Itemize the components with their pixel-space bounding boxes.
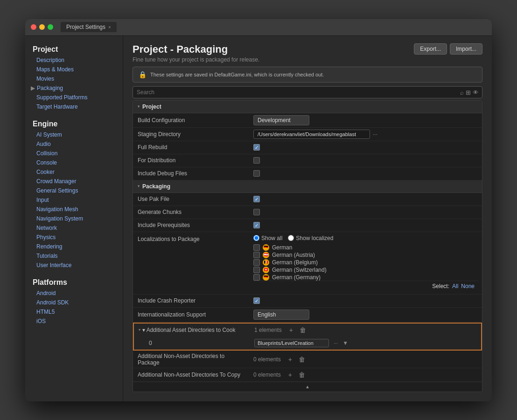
sidebar-item-physics[interactable]: Physics [25,233,123,242]
sidebar-item-packaging[interactable]: ▶ Packaging [25,83,123,93]
sidebar-item-user-interface[interactable]: User Interface [25,261,123,270]
sidebar-item-tutorials[interactable]: Tutorials [25,251,123,261]
sidebar-item-supported-platforms[interactable]: Supported Platforms [25,93,123,102]
non-asset-copy-value: 0 elements + 🗑 [250,368,482,381]
lang-german-checkbox[interactable] [253,244,260,251]
include-prereq-checkbox[interactable]: ✓ [253,222,260,228]
sidebar-item-target-hardware[interactable]: Target Hardware [25,102,123,111]
asset-dir-arrow[interactable]: ▾ [139,328,140,332]
export-button[interactable]: Export... [414,43,447,55]
lang-german-austria-checkbox[interactable] [253,252,260,258]
full-rebuild-label: Full Rebuild [133,142,250,152]
asset-dir-browse[interactable]: ··· [332,339,340,347]
project-section-header: ▾ Project [133,101,482,113]
sidebar-item-html5[interactable]: HTML5 [25,307,123,317]
delete-non-asset-package-button[interactable]: 🗑 [297,355,307,364]
use-pak-label: Use Pak File [133,194,250,204]
scroll-up-area: ▲ [133,382,482,391]
full-rebuild-checkbox[interactable]: ✓ [253,144,260,151]
sidebar-item-description[interactable]: Description [25,55,123,65]
select-row: Select: All None [253,281,478,291]
sidebar-item-navigation-mesh[interactable]: Navigation Mesh [25,205,123,214]
generate-chunks-value [250,207,482,217]
non-asset-copy-row: Additional Non-Asset Directories To Copy… [133,368,482,382]
sidebar-item-rendering[interactable]: Rendering [25,242,123,251]
select-all-link[interactable]: All [452,283,458,289]
additional-asset-label-cell: ▾ ▾ Additional Asset Directories to Cook [134,325,251,335]
sidebar-item-console[interactable]: Console [25,158,123,167]
delete-non-asset-copy-button[interactable]: 🗑 [297,370,307,379]
use-pak-checkbox[interactable]: ✓ [253,196,260,202]
language-list: 🇩🇪 German 🇦🇹 German (Austria) 🇧🇪 [253,244,478,281]
crash-reporter-checkbox[interactable]: ✓ [253,297,260,304]
build-config-dropdown[interactable]: Development Shipping Debug [253,115,309,125]
sidebar-item-navigation-system[interactable]: Navigation System [25,214,123,223]
lang-german-switzerland-checkbox[interactable] [253,267,260,273]
additional-asset-controls: 1 elements + 🗑 [251,324,481,337]
additional-asset-section: ▾ ▾ Additional Asset Directories to Cook… [133,323,482,351]
non-asset-package-value: 0 elements + 🗑 [250,353,482,366]
list-item: 🇨🇭 German (Switzerland) [253,267,478,273]
i18n-dropdown[interactable]: English German French [253,310,309,320]
grid-icon[interactable]: ⊞ [466,89,471,96]
include-prerequisites-row: Include Prerequisites ✓ [133,219,482,232]
sidebar-item-input[interactable]: Input [25,195,123,205]
sidebar-item-network[interactable]: Network [25,223,123,233]
for-distribution-checkbox[interactable] [253,157,260,164]
lang-german-belgium-checkbox[interactable] [253,259,260,266]
sidebar-item-cooker[interactable]: Cooker [25,167,123,177]
notice-bar: 🔒 These settings are saved in DefaultGam… [133,67,482,83]
show-localized-label[interactable]: Show localized [288,235,333,241]
minimize-button[interactable] [39,24,45,30]
sidebar-item-android[interactable]: Android [25,289,123,298]
add-asset-dir-button[interactable]: + [287,325,295,335]
staging-dir-browse-icon[interactable]: ··· [373,131,377,138]
show-localized-radio[interactable] [288,235,294,241]
sidebar-item-ios[interactable]: iOS [25,317,123,326]
app-window: Project Settings × Project Description M… [25,19,492,401]
sidebar-item-movies[interactable]: Movies [25,74,123,83]
sidebar-item-collision[interactable]: Collision [25,149,123,158]
scroll-up-icon[interactable]: ▲ [305,384,310,389]
sidebar-item-maps-modes[interactable]: Maps & Modes [25,65,123,74]
packaging-section-arrow[interactable]: ▾ [138,184,140,188]
sidebar-item-general-settings[interactable]: General Settings [25,186,123,195]
tab-close-icon[interactable]: × [108,25,111,30]
sidebar-item-audio[interactable]: Audio [25,139,123,149]
list-item: 🇦🇹 German (Austria) [253,252,478,258]
close-button[interactable] [31,24,36,30]
import-button[interactable]: Import... [450,43,482,55]
asset-dir-input[interactable] [254,339,329,347]
generate-chunks-checkbox[interactable] [253,209,260,215]
list-item: 🇩🇪 German (Germany) [253,274,478,281]
packaging-section-header: ▾ Packaging [133,180,482,193]
show-all-label[interactable]: Show all [253,235,282,241]
i18n-label: Internationalization Support [133,310,250,320]
platforms-section-title: Platforms [25,275,123,289]
for-distribution-value [250,155,482,165]
lang-german-germany-checkbox[interactable] [253,274,260,281]
window-tab[interactable]: Project Settings × [61,22,117,32]
full-rebuild-row: Full Rebuild ✓ [133,141,482,154]
project-section-label: Project [142,103,161,110]
add-non-asset-package-button[interactable]: + [286,355,294,364]
eye-icon[interactable]: 👁 [473,89,479,96]
select-none-link[interactable]: None [461,283,475,289]
search-icon: ⌕ [460,89,464,96]
search-input[interactable] [133,86,482,98]
sidebar-item-crowd-manager[interactable]: Crowd Manager [25,177,123,186]
asset-dir-dropdown-icon[interactable]: ▼ [342,340,348,346]
project-section-arrow[interactable]: ▾ [138,104,140,109]
sidebar-item-android-sdk[interactable]: Android SDK [25,298,123,307]
add-non-asset-copy-button[interactable]: + [286,370,294,379]
tab-title: Project Settings [66,24,105,30]
for-distribution-row: For Distribution [133,154,482,167]
include-debug-files-row: Include Debug Files [133,167,482,180]
include-debug-checkbox[interactable] [253,170,260,177]
sidebar-item-ai-system[interactable]: AI System [25,130,123,139]
delete-asset-dir-button[interactable]: 🗑 [298,325,308,335]
staging-dir-label: Staging Directory [133,129,250,139]
maximize-button[interactable] [48,24,53,30]
staging-dir-input[interactable] [253,130,370,139]
show-all-radio[interactable] [253,235,259,241]
